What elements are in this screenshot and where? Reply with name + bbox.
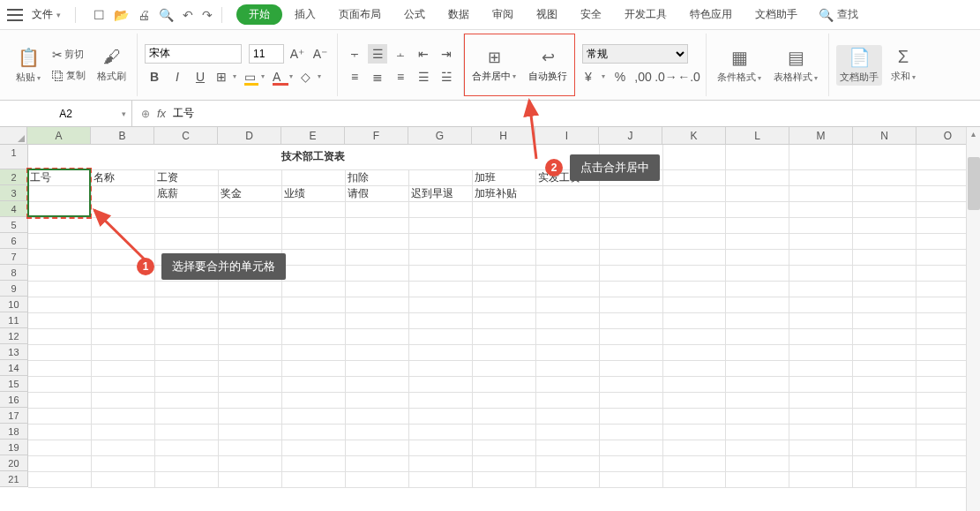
scrollbar-thumb[interactable] (968, 157, 980, 210)
col-header[interactable]: N (853, 127, 916, 145)
cell[interactable]: 奖金 (219, 185, 282, 201)
merge-center-button[interactable]: ⊞ 合并居中▾ (468, 46, 520, 85)
cells-area[interactable]: 技术部工资表 工号 名称 工资 扣除 加班 实发工资 底薪 (28, 145, 980, 488)
file-menu[interactable]: 文件 ▾ (26, 5, 66, 24)
increase-font-icon[interactable]: A⁺ (288, 44, 307, 64)
row-header[interactable]: 6 (0, 233, 28, 249)
cell[interactable]: 迟到早退 (408, 185, 472, 201)
paste-button[interactable]: 📋 粘贴▾ (12, 45, 44, 86)
increase-decimal-button[interactable]: .0→ (656, 67, 676, 86)
col-header[interactable]: D (218, 127, 281, 145)
cell[interactable]: 实发工资 (535, 169, 599, 185)
hamburger-icon[interactable] (7, 9, 23, 21)
name-box-input[interactable] (7, 108, 124, 120)
cell[interactable]: 扣除 (345, 169, 408, 185)
tab-review[interactable]: 审阅 (482, 4, 524, 26)
select-all-corner[interactable] (0, 127, 27, 145)
fx-icon[interactable]: fx (157, 107, 166, 120)
col-header[interactable]: E (281, 127, 345, 145)
col-header[interactable]: K (662, 127, 726, 145)
align-middle-icon[interactable]: ☰ (368, 44, 387, 64)
table-style-button[interactable]: ▤ 表格样式▾ (770, 45, 821, 86)
row-header[interactable]: 14 (0, 360, 28, 376)
cell[interactable]: 请假 (345, 185, 408, 201)
cell[interactable]: 加班补贴 (472, 185, 535, 201)
underline-button[interactable]: U (191, 67, 210, 86)
cut-button[interactable]: ✂剪切 (49, 46, 88, 64)
percent-button[interactable]: % (610, 67, 630, 86)
col-header[interactable]: I (535, 127, 599, 145)
indent-decrease-icon[interactable]: ⇤ (414, 44, 433, 64)
row-header[interactable]: 7 (0, 249, 28, 265)
comma-button[interactable]: ,00 (633, 67, 653, 86)
row-header[interactable]: 1 (0, 145, 28, 169)
italic-button[interactable]: I (168, 67, 187, 86)
cell[interactable]: 业绩 (282, 185, 346, 201)
tab-start[interactable]: 开始 (236, 4, 282, 25)
tab-devtools[interactable]: 开发工具 (614, 4, 677, 26)
expand-icon[interactable]: ⊕ (141, 108, 150, 120)
font-color-button[interactable]: A (270, 67, 295, 86)
sum-button[interactable]: Σ 求和▾ (887, 45, 919, 85)
row-header[interactable]: 3 (0, 185, 28, 201)
align-right-icon[interactable]: ≡ (391, 67, 410, 86)
cell[interactable]: 工资 (155, 169, 219, 185)
row-header[interactable]: 9 (0, 281, 28, 297)
tab-formula[interactable]: 公式 (393, 4, 436, 26)
row-header[interactable]: 11 (0, 312, 28, 328)
col-header[interactable]: B (91, 127, 154, 145)
tab-insert[interactable]: 插入 (284, 4, 326, 26)
tab-view[interactable]: 视图 (526, 4, 568, 26)
indent-increase-icon[interactable]: ⇥ (437, 44, 456, 64)
row-header[interactable]: 13 (0, 344, 28, 360)
row-header[interactable]: 15 (0, 376, 28, 392)
col-header[interactable]: M (789, 127, 853, 145)
copy-button[interactable]: ⿻复制 (49, 67, 88, 85)
distribute-icon[interactable]: ☱ (437, 67, 456, 86)
redo-icon[interactable]: ↷ (202, 8, 213, 22)
preview-icon[interactable]: 🔍 (159, 8, 174, 22)
col-header[interactable]: H (472, 127, 535, 145)
row-header[interactable]: 10 (0, 297, 28, 312)
format-painter-button[interactable]: 🖌 格式刷 (94, 45, 130, 85)
col-header[interactable]: A (27, 127, 91, 145)
formula-input[interactable] (173, 108, 971, 120)
cell[interactable]: 底薪 (155, 185, 219, 201)
open-icon[interactable]: 📂 (114, 8, 129, 22)
row-header[interactable]: 2 (0, 169, 28, 185)
tab-pagelayout[interactable]: 页面布局 (328, 4, 392, 26)
conditional-format-button[interactable]: ▦ 条件格式▾ (714, 45, 765, 86)
col-header[interactable]: J (599, 127, 662, 145)
row-header[interactable]: 20 (0, 455, 28, 471)
undo-icon[interactable]: ↶ (183, 8, 193, 22)
doc-helper-button[interactable]: 📄 文档助手 (836, 45, 882, 86)
col-header[interactable]: C (154, 127, 218, 145)
new-icon[interactable]: ☐ (94, 8, 105, 22)
tab-security[interactable]: 安全 (570, 4, 612, 26)
row-header[interactable]: 17 (0, 408, 28, 424)
align-center-icon[interactable]: ≣ (368, 67, 387, 86)
col-header[interactable]: L (726, 127, 789, 145)
search-button[interactable]: 🔍 查找 (819, 7, 858, 22)
cell[interactable]: 加班 (472, 169, 535, 185)
vertical-scrollbar[interactable]: ▴ (966, 127, 980, 511)
number-format-select[interactable]: 常规 (582, 44, 688, 64)
row-header[interactable]: 5 (0, 217, 28, 233)
bold-button[interactable]: B (145, 67, 164, 86)
currency-button[interactable]: ¥ (582, 67, 607, 86)
row-header[interactable]: 4 (0, 201, 28, 217)
font-size-select[interactable] (249, 44, 284, 64)
row-header[interactable]: 19 (0, 440, 28, 455)
cell[interactable]: 名称 (92, 169, 155, 185)
decrease-font-icon[interactable]: A⁻ (310, 44, 330, 64)
tab-dochelper[interactable]: 文档助手 (744, 4, 808, 26)
align-bottom-icon[interactable]: ⫠ (391, 44, 410, 64)
scroll-up-icon[interactable]: ▴ (967, 127, 980, 141)
name-box[interactable]: ▾ (0, 101, 132, 126)
justify-icon[interactable]: ☰ (414, 67, 433, 86)
row-header[interactable]: 16 (0, 392, 28, 408)
col-header[interactable]: F (345, 127, 408, 145)
row-header[interactable]: 8 (0, 265, 28, 281)
save-icon[interactable]: 🖨 (138, 8, 150, 22)
col-header[interactable]: G (408, 127, 472, 145)
